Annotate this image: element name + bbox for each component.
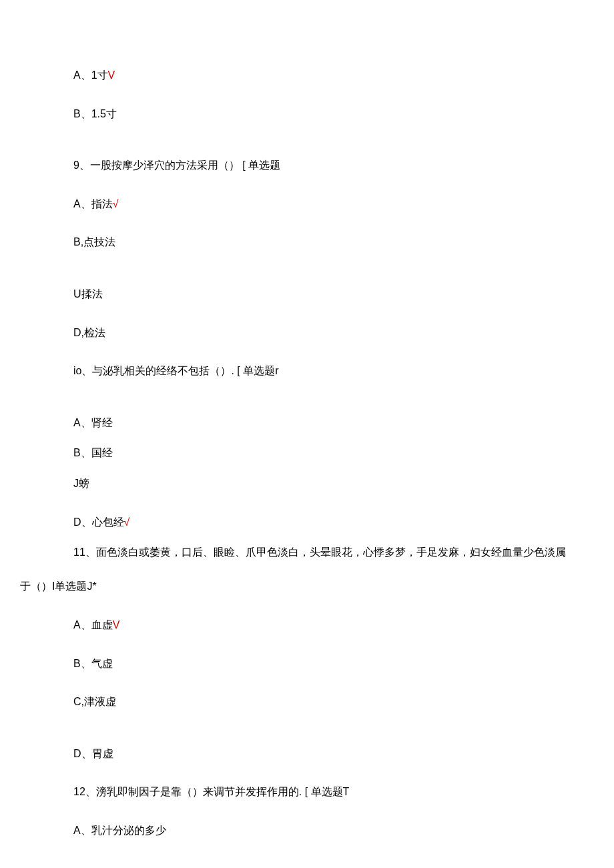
option-text: J螃	[73, 478, 89, 489]
option-text: B,点技法	[73, 236, 115, 248]
option-line: D、胃虚	[73, 745, 567, 763]
option-line: U揉法	[73, 286, 567, 303]
question-label: 12、滂乳即制因子是靠（）来调节并发挥作用的. [ 单选题T	[73, 786, 349, 797]
question-label-part2: 于（）I单选题J*	[20, 580, 97, 592]
question-label: io、与泌乳相关的经络不包括（）. [ 单选题r	[73, 365, 279, 376]
option-line: A、乳汁分泌的多少	[73, 822, 567, 839]
option-text: A、肾经	[73, 417, 113, 428]
option-line: B、国经	[73, 444, 567, 462]
question-label-part1: 11、面色淡白或萎黄，口后、眼睑、爪甲色淡白，头晕眼花，心悸多梦，手足发麻，妇女…	[73, 546, 566, 558]
question-label: 9、一股按摩少泽穴的方法采用（） [ 单选题	[73, 159, 280, 171]
option-line: A、血虚V	[73, 616, 567, 634]
option-line: J螃	[73, 475, 567, 492]
option-text: D,检法	[73, 327, 105, 338]
question-text: 12、滂乳即制因子是靠（）来调节并发挥作用的. [ 单选题T	[73, 783, 567, 801]
correct-mark: √	[113, 198, 119, 209]
correct-mark: V	[108, 69, 115, 81]
option-text: A、血虚	[73, 619, 113, 630]
option-line: D,检法	[73, 324, 567, 342]
option-text: B、1.5寸	[73, 108, 117, 119]
option-text: U揉法	[73, 288, 103, 300]
option-text: A、1寸	[73, 69, 108, 81]
question-text: 9、一股按摩少泽穴的方法采用（） [ 单选题	[73, 157, 567, 174]
correct-mark: V	[113, 619, 120, 630]
option-line: A、指法√	[73, 195, 567, 213]
option-line: B、1.5寸	[73, 105, 567, 123]
question-text: io、与泌乳相关的经络不包括（）. [ 单选题r	[73, 362, 567, 380]
option-text: A、乳汁分泌的多少	[73, 825, 166, 836]
option-line: B、气虚	[73, 655, 567, 673]
option-line: A、肾经	[73, 414, 567, 432]
question-text: 11、面色淡白或萎黄，口后、眼睑、爪甲色淡白，头晕眼花，心悸多梦，手足发麻，妇女…	[47, 544, 567, 595]
option-text: D、心包经	[73, 516, 124, 528]
option-line: C,津液虚	[73, 693, 567, 711]
option-text: D、胃虚	[73, 748, 113, 759]
option-text: C,津液虚	[73, 696, 116, 707]
option-line: A、1寸V	[73, 67, 567, 84]
correct-mark: √	[124, 516, 130, 528]
option-line: B,点技法	[73, 234, 567, 251]
option-text: B、国经	[73, 447, 113, 458]
option-line: D、心包经√	[73, 514, 567, 531]
option-text: B、气虚	[73, 658, 113, 669]
option-text: A、指法	[73, 198, 113, 209]
